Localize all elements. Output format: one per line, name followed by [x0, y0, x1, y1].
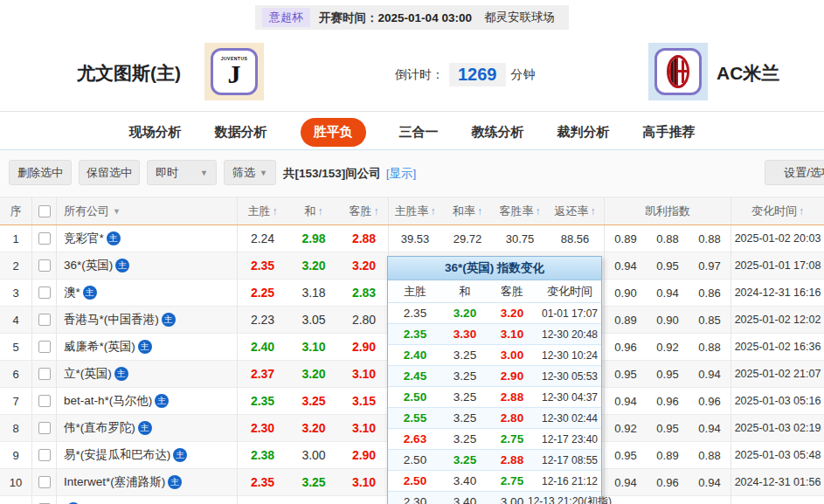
popup-odds-value: 3.30 [442, 324, 488, 344]
row-checkbox[interactable] [38, 476, 51, 488]
popup-odds-value: 2.88 [488, 450, 537, 470]
host-badge-icon: 主 [114, 367, 128, 381]
tab-裁判分析[interactable]: 裁判分析 [557, 124, 610, 141]
company-cell[interactable]: 伟*(直布罗陀)主 [57, 415, 238, 441]
odds-value [238, 496, 287, 504]
venue: 都灵安联球场 [484, 10, 555, 25]
col-away-rate[interactable]: 客胜率↑ [494, 197, 546, 224]
col-draw-rate[interactable]: 和率↑ [441, 197, 494, 224]
row-checkbox-cell [32, 225, 57, 252]
col-draw[interactable]: 和↑ [287, 197, 340, 224]
kelly-value: 0.95 [605, 361, 647, 387]
popup-odds-value: 2.35 [388, 303, 442, 323]
row-checkbox[interactable] [38, 259, 51, 272]
row-checkbox[interactable] [38, 368, 51, 380]
company-name: 竞彩官* [64, 231, 104, 246]
kelly-value: 0.94 [647, 280, 689, 306]
row-checkbox-cell [32, 496, 57, 504]
col-change-time[interactable]: 变化时间↑ [731, 197, 824, 224]
row-checkbox[interactable] [38, 422, 51, 434]
col-return-rate[interactable]: 返还率↑ [546, 197, 605, 224]
row-seq: 8 [0, 415, 32, 441]
popup-body: 2.353.203.2001-01 17:072.353.303.1012-30… [388, 303, 601, 504]
keep-selected-button[interactable]: 保留选中 [79, 160, 140, 185]
popup-odds-value: 2.75 [488, 471, 537, 491]
popup-row: 2.453.252.9012-30 05:53 [388, 366, 601, 387]
kickoff-time: 2025-01-04 03:00 [378, 11, 472, 24]
kelly-value: 0.94 [605, 252, 647, 279]
kelly-value: 0.90 [605, 280, 647, 306]
company-cell[interactable]: 36*(英国)主 [57, 252, 238, 279]
odds-value: 3.15 [340, 388, 389, 414]
kelly-value: 0.94 [605, 469, 647, 495]
company-cell[interactable]: Interwet*(塞浦路斯)主 [57, 469, 238, 495]
popup-odds-value: 3.00 [488, 345, 537, 365]
col-home-win[interactable]: 主胜↑ [238, 197, 287, 224]
host-badge-icon: 主 [138, 421, 152, 435]
row-checkbox-cell [32, 361, 57, 387]
change-time: 2025-01-03 05:48 [731, 442, 824, 468]
popup-odds-value: 3.25 [442, 366, 488, 386]
popup-odds-value: 3.10 [488, 324, 537, 344]
popup-odds-value: 3.40 [442, 492, 488, 504]
kelly-value: 0.90 [647, 307, 689, 333]
row-checkbox[interactable] [38, 449, 51, 461]
tab-数据分析[interactable]: 数据分析 [215, 124, 267, 141]
row-checkbox[interactable] [38, 232, 51, 245]
tab-高手推荐[interactable]: 高手推荐 [643, 124, 696, 141]
settings-button[interactable]: 设置/选项 [765, 160, 824, 185]
popup-odds-value: 2.55 [388, 408, 442, 428]
kelly-value: 0.94 [689, 469, 731, 495]
filter-dropdown[interactable]: 筛选 ▼ [224, 160, 276, 185]
tab-现场分析[interactable]: 现场分析 [129, 124, 182, 141]
company-name: 香港马*(中国香港) [64, 312, 159, 328]
popup-row: 2.403.253.0012-30 10:24 [388, 345, 601, 366]
row-checkbox-cell [32, 252, 57, 279]
odds-value: 2.35 [238, 469, 287, 495]
change-time [731, 496, 824, 504]
odds-mode-dropdown[interactable]: 即时 ▼ [147, 160, 217, 185]
col-home-rate[interactable]: 主胜率↑ [389, 197, 441, 224]
row-checkbox[interactable] [38, 341, 51, 353]
company-cell[interactable]: 立*(英国)主 [57, 361, 238, 387]
odds-value: 3.00 [287, 442, 340, 468]
tab-胜平负[interactable]: 胜平负 [301, 118, 366, 147]
company-cell[interactable]: 易*(安提瓜和巴布达)主 [57, 442, 238, 468]
change-time: 2025-01-03 02:19 [731, 415, 824, 441]
row-seq: 6 [0, 361, 32, 387]
row-checkbox-cell [32, 442, 57, 468]
company-cell[interactable]: 威廉希*(英国)主 [57, 334, 238, 360]
delete-selected-button[interactable]: 删除选中 [9, 160, 72, 185]
row-seq: 7 [0, 388, 32, 414]
company-name: 威廉希*(英国) [64, 339, 135, 355]
popup-odds-value: 2.63 [388, 429, 442, 449]
row-checkbox[interactable] [38, 314, 51, 326]
kelly-value: 0.95 [647, 361, 689, 387]
host-badge-icon: 主 [138, 340, 152, 354]
select-all-checkbox[interactable] [38, 205, 51, 217]
company-cell[interactable]: 香港马*(中国香港)主 [57, 307, 238, 333]
odds-value: 2.88 [340, 225, 389, 252]
col-away-win[interactable]: 客胜↑ [340, 197, 389, 224]
row-checkbox[interactable] [38, 287, 51, 299]
kelly-value: 0.88 [689, 334, 731, 360]
tab-教练分析[interactable]: 教练分析 [472, 124, 524, 141]
change-time: 2025-01-03 05:16 [731, 388, 824, 414]
company-cell[interactable]: 竞彩官*主 [57, 225, 238, 252]
sort-asc-icon: ↑ [318, 205, 323, 217]
show-link[interactable]: [显示] [386, 167, 417, 180]
col-company[interactable]: 所有公司 ▼ [57, 197, 238, 224]
popup-row: 2.353.203.2001-01 17:07 [388, 303, 601, 324]
company-cell[interactable]: 澳*主 [57, 280, 238, 306]
popup-change-time: 12-30 10:24 [537, 345, 603, 365]
company-cell[interactable]: bet-at-h*(马尔他)主 [57, 388, 238, 414]
row-checkbox[interactable] [38, 395, 51, 407]
odds-value: 3.10 [340, 415, 389, 441]
popup-odds-value: 2.45 [388, 366, 442, 386]
odds-value: 2.90 [340, 334, 389, 360]
host-badge-icon: 主 [107, 231, 121, 245]
popup-col-主胜: 主胜 [388, 280, 442, 302]
ac-milan-crest-icon [654, 48, 702, 95]
company-cell[interactable]: 主 [57, 496, 238, 504]
tab-三合一[interactable]: 三合一 [399, 124, 439, 141]
